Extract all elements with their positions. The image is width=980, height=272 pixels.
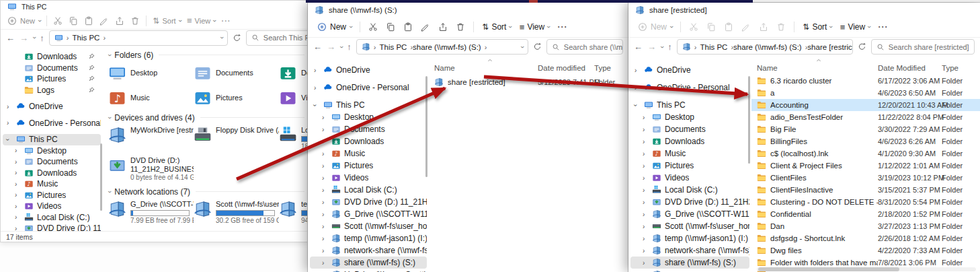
sidebar-item[interactable]: OneDrive — [3, 101, 101, 112]
sidebar-item[interactable]: DVD Drive (D:) 11_21H2_BUSINESS_VOL_x64F… — [3, 223, 101, 231]
up-button[interactable]: ↑ — [40, 33, 44, 43]
refresh-button[interactable] — [533, 42, 542, 51]
expand-chevron-icon[interactable] — [15, 213, 21, 221]
sidebar-item[interactable]: Scott (\\mwf-fs\user_home) (H:) — [310, 220, 427, 232]
expand-chevron-icon[interactable] — [643, 223, 649, 230]
sort-button[interactable]: ⇅Sort› — [153, 16, 181, 26]
file-row[interactable]: Client & Project Files 1/12/2022 1:01 AM… — [751, 160, 980, 172]
sidebar-item[interactable]: temp (\\mwf-jason1) (I:) — [310, 232, 427, 244]
sidebar-item[interactable]: Music — [310, 147, 427, 160]
sidebar-scrollbar[interactable] — [748, 76, 750, 164]
sidebar-item[interactable]: Logs — [3, 85, 101, 96]
drive-tile[interactable]: Floppy Disk Drive (A:) — [194, 126, 279, 150]
sidebar-item[interactable]: Pictures — [310, 160, 427, 172]
copy-button[interactable] — [706, 22, 716, 32]
forward-button[interactable]: → — [327, 42, 335, 52]
expand-chevron-icon[interactable] — [643, 199, 649, 206]
sidebar-item[interactable]: Documents — [3, 63, 101, 74]
back-button[interactable]: ← — [6, 33, 15, 43]
delete-button[interactable] — [456, 22, 465, 32]
new-button-disabled[interactable]: New› — [638, 22, 672, 32]
expand-chevron-icon[interactable] — [15, 180, 21, 188]
expand-chevron-icon[interactable] — [643, 150, 649, 158]
copy-button[interactable] — [386, 22, 395, 32]
more-options-button[interactable]: ··· — [558, 22, 568, 32]
expand-chevron-icon[interactable] — [643, 174, 649, 182]
sidebar-item[interactable]: temp (\\mwf-jason1) (I:) — [630, 232, 749, 244]
sidebar-item[interactable]: Downloads — [630, 135, 749, 147]
sidebar-item[interactable]: Pictures — [3, 73, 101, 85]
share-button[interactable] — [759, 22, 768, 32]
expand-chevron-icon[interactable] — [643, 211, 649, 218]
expand-chevron-icon[interactable] — [635, 84, 641, 92]
file-row[interactable]: ClientFilesInactive 3/15/2021 5:37 PM Fo… — [751, 184, 980, 196]
sidebar-item[interactable]: Desktop — [630, 111, 749, 123]
sidebar-item[interactable]: OneDrive — [630, 64, 749, 76]
file-row[interactable]: 6.3 ricardo cluster 6/17/2022 3:06 AM Fo… — [751, 75, 980, 87]
sidebar-item[interactable]: OneDrive - Personal — [3, 118, 101, 129]
file-row[interactable]: Accounting 12/20/2021 10:43 AM Folder — [751, 99, 980, 111]
scrollbar-thumb[interactable] — [758, 267, 899, 271]
cut-button[interactable] — [53, 16, 63, 26]
new-button[interactable]: New› — [317, 22, 352, 32]
sidebar-item[interactable]: G_Drive (\\SCOTT-W11) (G:) — [630, 208, 749, 220]
file-row[interactable]: c$ (localhost).lnk 4/1/2020 9:30 AM Fold… — [751, 147, 980, 160]
back-button[interactable]: ← — [634, 42, 643, 52]
share-button[interactable] — [115, 16, 124, 26]
file-row[interactable]: dsfgsdg - Shortcut.lnk 2/26/2018 1:02 AM… — [751, 232, 980, 244]
network-drive-tile[interactable]: U_Drive (\\home-Scott) (U:)7.99 — [279, 230, 309, 231]
drive-tile[interactable]: MyWorkDrive [restricted] — [108, 126, 194, 150]
rename-button[interactable] — [99, 16, 109, 26]
search-box[interactable]: Search share (\\mwf-fs) (S:) — [546, 39, 623, 55]
expand-chevron-icon[interactable] — [322, 186, 328, 194]
sidebar-scrollbar[interactable] — [100, 143, 102, 211]
sidebar-item[interactable]: Pictures — [3, 190, 101, 201]
expand-chevron-icon[interactable] — [643, 235, 649, 242]
sidebar-item[interactable]: Downloads — [3, 168, 101, 179]
expand-chevron-icon[interactable] — [15, 191, 21, 199]
sidebar-item[interactable]: This PC — [630, 99, 749, 111]
address-dropdown-chevron[interactable]: › — [218, 36, 224, 38]
breadcrumb-item[interactable]: share [restricted]› — [807, 43, 852, 51]
expand-chevron-icon[interactable] — [7, 136, 13, 143]
paste-button[interactable] — [724, 22, 733, 32]
view-button[interactable]: ≡View› — [187, 15, 216, 26]
folder-tile[interactable]: Downloads — [279, 63, 309, 82]
sidebar-item[interactable]: Documents — [630, 123, 749, 135]
sidebar-item[interactable]: Music — [3, 178, 101, 190]
sidebar-item[interactable]: G_Drive (\\SCOTT-W11) (G:) — [310, 208, 427, 220]
network-drive-tile[interactable]: network-share (\\mwf-fs) (N:)30.2 GB fre… — [108, 230, 194, 231]
breadcrumb-item[interactable]: share (\\mwf-fs) (S:)› — [413, 43, 487, 51]
expand-chevron-icon[interactable] — [322, 247, 328, 254]
sidebar-item[interactable]: Desktop — [3, 145, 101, 157]
folder-tile[interactable]: Documents — [194, 63, 279, 82]
expand-chevron-icon[interactable] — [322, 199, 328, 206]
section-header[interactable]: ›Network locations (7) — [108, 186, 309, 197]
back-button[interactable]: ← — [313, 42, 322, 52]
sidebar-item[interactable]: OneDrive — [310, 64, 427, 76]
address-box[interactable]: › This PC›share (\\mwf-fs) (S:)›share [r… — [677, 39, 853, 55]
expand-chevron-icon[interactable] — [643, 186, 649, 194]
sidebar-scrollbar[interactable] — [425, 76, 427, 177]
refresh-button[interactable] — [233, 34, 241, 42]
expand-chevron-icon[interactable] — [643, 259, 649, 267]
sidebar-item[interactable]: Downloads — [310, 135, 427, 147]
expand-chevron-icon[interactable] — [15, 203, 21, 210]
network-drive-tile[interactable]: G_Drive (\\SCOTT-W11) (G:)7.99 EB free o… — [108, 200, 194, 224]
file-row[interactable]: BillingFiles 4/6/2023 6:26 AM Folder — [751, 135, 980, 147]
expand-chevron-icon[interactable] — [322, 126, 328, 133]
network-drive-tile[interactable]: Scott (\\mwf-fs\user_home) (H:)30.2 GB f… — [194, 200, 279, 224]
more-options-button[interactable]: ··· — [222, 17, 231, 25]
rename-button[interactable] — [421, 22, 430, 32]
folder-tile[interactable]: Desktop — [108, 63, 194, 82]
expand-chevron-icon[interactable] — [643, 114, 649, 121]
recent-locations-chevron[interactable]: › — [659, 46, 665, 48]
network-drive-tile[interactable]: share (\\mwf-fs) (S:)30.2 GB free of 159… — [194, 230, 279, 231]
expand-chevron-icon[interactable] — [322, 162, 328, 170]
cut-button[interactable] — [368, 22, 378, 32]
new-button[interactable]: New› — [7, 16, 40, 26]
sidebar-item[interactable]: Local Disk (C:) — [3, 212, 101, 224]
sidebar-item[interactable]: network-share (\\mwf-fs) (N:) — [630, 244, 749, 257]
column-header-name[interactable]: Name — [434, 64, 538, 72]
section-header[interactable]: ›Devices and drives (4) — [108, 112, 309, 123]
